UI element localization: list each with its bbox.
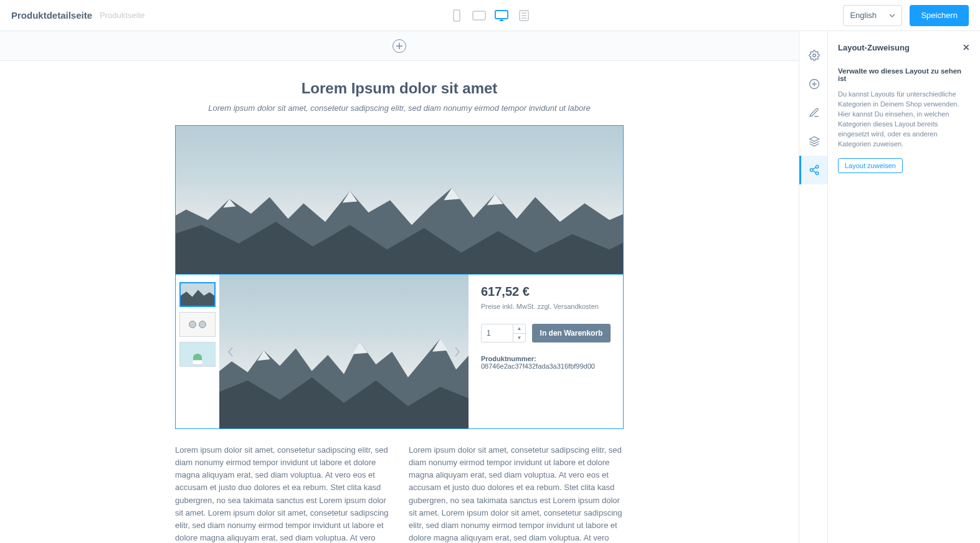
mountain-illustration	[176, 163, 623, 275]
product-info: 617,52 € Preise inkl. MwSt. zzgl. Versan…	[469, 275, 623, 428]
thumbnail-list	[176, 275, 219, 428]
add-to-cart-button[interactable]: In den Warenkorb	[532, 324, 611, 342]
sidebar-rail	[799, 31, 827, 543]
rail-settings[interactable]	[799, 41, 827, 70]
rail-share[interactable]	[799, 156, 827, 184]
device-mobile-icon[interactable]	[448, 7, 465, 24]
panel-subtitle: Verwalte wo dieses Layout zu sehen ist	[838, 67, 970, 82]
thumbnail-plant[interactable]	[179, 342, 216, 367]
product-block[interactable]: 617,52 € Preise inkl. MwSt. zzgl. Versan…	[175, 275, 624, 429]
sku-label: Produktnummer:	[481, 355, 536, 362]
share-icon	[809, 164, 820, 176]
plus-icon	[396, 42, 403, 50]
device-tablet-icon[interactable]	[470, 7, 488, 24]
content-area: Lorem Ipsum dolor sit amet Lorem ipsum d…	[163, 61, 636, 543]
page-title: Produktdetailseite	[11, 10, 92, 21]
canvas-scroll[interactable]: Lorem Ipsum dolor sit amet Lorem ipsum d…	[0, 31, 799, 543]
quantity-value: 1	[487, 329, 491, 338]
svg-rect-1	[473, 11, 485, 20]
device-desktop-icon[interactable]	[493, 7, 510, 24]
side-panel: Layout-Zuweisung ✕ Verwalte wo dieses La…	[827, 31, 980, 543]
svg-point-5	[813, 54, 816, 57]
breadcrumb: Produktseite	[100, 11, 145, 20]
carousel-next[interactable]	[449, 339, 466, 364]
language-label: English	[850, 11, 877, 20]
save-button[interactable]: Speichern	[910, 5, 969, 26]
svg-marker-7	[810, 137, 819, 142]
assign-layout-button[interactable]: Layout zuweisen	[838, 158, 903, 173]
svg-point-8	[816, 166, 819, 169]
panel-title: Layout-Zuweisung	[838, 43, 910, 52]
sku-value: 08746e2ac37f432fada3a316fbf99d00	[481, 362, 595, 370]
add-block-bar	[0, 31, 799, 61]
rail-edit[interactable]	[799, 98, 827, 127]
product-price: 617,52 €	[481, 285, 611, 299]
layers-icon	[809, 136, 820, 147]
text-columns: Lorem ipsum dolor sit amet, consetetur s…	[175, 444, 624, 543]
chevron-right-icon	[454, 347, 460, 357]
topbar: Produktdetailseite Produktseite English …	[0, 0, 980, 31]
price-note: Preise inkl. MwSt. zzgl. Versandkosten	[481, 303, 611, 310]
svg-point-10	[816, 172, 819, 175]
add-block-button[interactable]	[392, 39, 406, 53]
content-heading: Lorem Ipsum dolor sit amet	[175, 80, 624, 97]
svg-rect-2	[495, 11, 508, 19]
qty-up[interactable]: ▲	[513, 324, 525, 334]
edit-icon	[809, 107, 820, 118]
device-form-icon[interactable]	[515, 7, 533, 24]
hero-image-block[interactable]	[175, 125, 624, 275]
thumbnail-sunglasses[interactable]	[179, 312, 216, 337]
mountain-illustration	[219, 313, 469, 428]
chevron-down-icon	[889, 14, 895, 17]
language-select[interactable]: English	[843, 5, 902, 26]
carousel-prev[interactable]	[222, 339, 239, 364]
svg-rect-0	[454, 10, 460, 21]
text-column-1: Lorem ipsum dolor sit amet, consetetur s…	[175, 444, 390, 543]
rail-add[interactable]	[799, 70, 827, 98]
rail-layers[interactable]	[799, 127, 827, 156]
chevron-left-icon	[227, 347, 234, 357]
text-column-2: Lorem ipsum dolor sit amet, consetetur s…	[409, 444, 624, 543]
plus-circle-icon	[809, 78, 820, 90]
gear-icon	[809, 50, 820, 61]
svg-point-9	[810, 169, 813, 172]
thumbnail-mountain[interactable]	[179, 282, 216, 307]
panel-description: Du kannst Layouts für unterschiedliche K…	[838, 90, 970, 149]
panel-close[interactable]: ✕	[963, 42, 970, 52]
device-switcher	[448, 7, 533, 24]
qty-down[interactable]: ▼	[513, 334, 525, 342]
content-subtitle: Lorem ipsum dolor sit amet, consetetur s…	[175, 103, 624, 113]
product-main-image[interactable]	[219, 275, 469, 428]
quantity-stepper[interactable]: 1 ▲ ▼	[481, 324, 526, 342]
